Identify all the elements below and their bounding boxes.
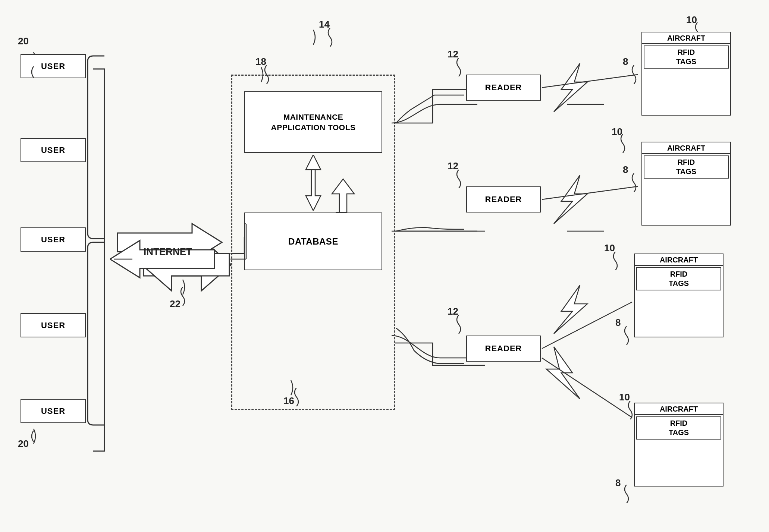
lightning-2 (543, 171, 602, 227)
diagram-container: 20 USER USER USER USER USER 20 INTERNET … (0, 0, 769, 532)
user-box-5: USER (21, 399, 86, 423)
svg-marker-9 (554, 175, 587, 224)
wavy-12-top (453, 58, 464, 76)
aircraft-box-1: AIRCRAFT RFIDTAGS (641, 32, 731, 116)
user-box-2: USER (21, 138, 86, 162)
ref-20-top: 20 (18, 35, 29, 47)
rfid-inner-4: RFIDTAGS (636, 416, 721, 440)
user-box-3: USER (21, 227, 86, 252)
reader-box-1: READER (466, 75, 541, 101)
user-brace (86, 52, 112, 429)
wavy-10-3 (610, 252, 621, 270)
user-box-4: USER (21, 313, 86, 337)
aircraft-label-1: AIRCRAFT (642, 32, 730, 44)
ref-8-1: 8 (623, 56, 628, 67)
wavy-8-2 (628, 173, 640, 192)
ref-8-2: 8 (623, 164, 628, 176)
svg-marker-10 (554, 285, 587, 334)
rfid-inner-1: RFIDTAGS (644, 45, 729, 69)
aircraft-box-2: AIRCRAFT RFIDTAGS (641, 142, 731, 226)
wavy-10-2 (617, 134, 628, 153)
svg-marker-11 (546, 347, 580, 399)
rfid-inner-2: RFIDTAGS (644, 155, 729, 179)
ref-8-3: 8 (615, 317, 621, 328)
wavy-8-1 (628, 65, 640, 84)
aircraft-label-3: AIRCRAFT (635, 254, 723, 266)
lightning-3 (543, 281, 602, 341)
reader-box-3: READER (466, 336, 541, 362)
internet-label: INTERNET (123, 246, 213, 258)
wavy-22 (177, 287, 188, 306)
wavy-12-mid (453, 170, 464, 188)
svg-marker-8 (554, 63, 587, 112)
aircraft-label-4: AIRCRAFT (635, 403, 723, 415)
reader-box-2: READER (466, 186, 541, 213)
user-box-1: USER (21, 54, 86, 78)
wavy-12-bot (453, 315, 464, 334)
rfid-inner-3: RFIDTAGS (636, 267, 721, 290)
aircraft-label-2: AIRCRAFT (642, 142, 730, 154)
ref-20-bottom: 20 (18, 438, 29, 450)
lightning-1 (543, 60, 602, 116)
lightning-4 (543, 343, 602, 403)
wavy-8-3 (621, 326, 632, 345)
aircraft-box-4: AIRCRAFT RFIDTAGS (634, 403, 724, 487)
ref-8-4: 8 (615, 477, 621, 489)
aircraft-box-3: AIRCRAFT RFIDTAGS (634, 254, 724, 337)
wavy-8-4 (621, 485, 632, 503)
